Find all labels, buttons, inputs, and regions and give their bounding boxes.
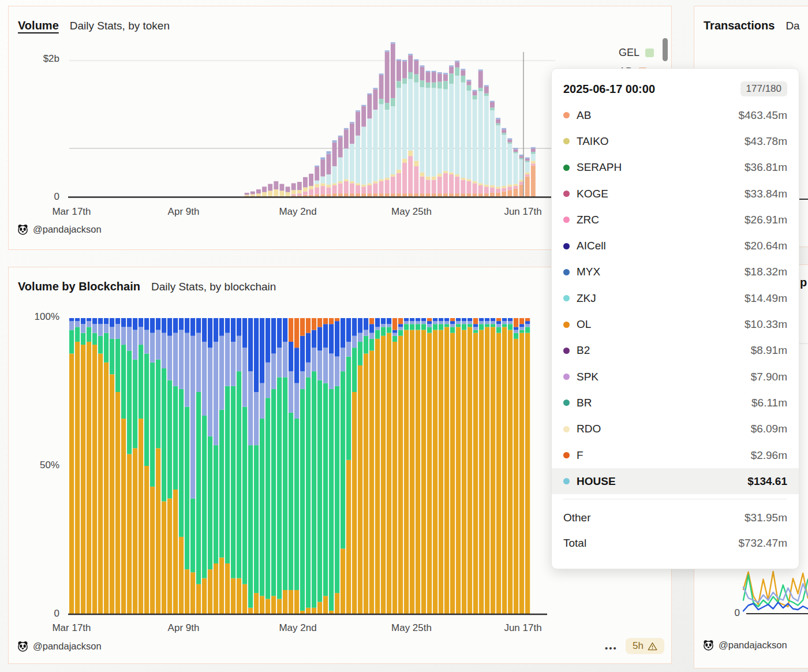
bc-ytick-0: 0 xyxy=(19,608,59,619)
tooltip-timestamp: 2025-06-17 00:00 xyxy=(563,83,655,96)
tooltip-rows: AB$463.45mTAIKO$43.78mSERAPH$36.81mKOGE$… xyxy=(552,102,799,494)
token-label: BR xyxy=(577,397,592,409)
legend-item-gel-label: GEL xyxy=(619,47,639,59)
token-value: $2.96m xyxy=(751,449,787,462)
tooltip-row-SPK: SPK$7.90m xyxy=(552,364,799,390)
token-label: HOUSE xyxy=(577,475,616,488)
token-value: $20.64m xyxy=(745,240,787,252)
bc-xtick-jun17: Jun 17th xyxy=(504,622,541,634)
panda-icon xyxy=(703,640,714,651)
token-color-dot xyxy=(563,243,570,249)
volume-attribution-handle: @pandajackson xyxy=(33,224,102,235)
token-label: MYX xyxy=(577,266,600,278)
volume-ytick-0: 0 xyxy=(19,191,59,203)
chart-tooltip: 2025-06-17 00:00 177/180 AB$463.45mTAIKO… xyxy=(551,68,799,569)
staleness-badge[interactable]: 5h xyxy=(626,638,664,654)
tooltip-row-ZRC: ZRC$26.91m xyxy=(552,207,799,233)
tooltip-row-ZKJ: ZKJ$14.49m xyxy=(552,285,799,311)
legend-swatch-gel xyxy=(645,48,654,57)
token-color-dot xyxy=(563,112,570,118)
right-lower-panel-title-fragment: p xyxy=(800,276,807,289)
volume-xtick-jun17: Jun 17th xyxy=(504,206,541,218)
token-color-dot xyxy=(563,452,570,458)
tooltip-total-label: Total xyxy=(563,537,586,550)
volume-xtick-may25: May 25th xyxy=(391,206,432,218)
bc-ytick-100: 100% xyxy=(19,311,59,323)
blockchain-attribution-handle: @pandajackson xyxy=(33,641,102,652)
panel-menu-button[interactable]: ••• xyxy=(605,643,618,653)
volume-attribution[interactable]: @pandajackson xyxy=(17,224,102,235)
right-lower-attribution[interactable]: @pandajackson xyxy=(703,640,787,651)
tooltip-row-KOGE: KOGE$33.84m xyxy=(552,181,799,207)
tooltip-row-AB: AB$463.45m xyxy=(552,102,799,128)
blockchain-attribution[interactable]: @pandajackson xyxy=(17,641,102,652)
token-color-dot xyxy=(563,374,570,380)
tooltip-row-HOUSE: HOUSE$134.61 xyxy=(552,468,799,494)
tooltip-row-TAIKO: TAIKO$43.78m xyxy=(552,128,799,154)
bc-xtick-may25: May 25th xyxy=(391,622,432,634)
token-label: B2 xyxy=(577,344,590,357)
token-value: $36.81m xyxy=(745,161,787,174)
right-lower-attribution-handle: @pandajackson xyxy=(719,640,787,651)
token-color-dot xyxy=(563,322,570,328)
tooltip-divider xyxy=(563,499,787,499)
token-label: RDO xyxy=(577,423,601,435)
bc-xtick-may2: May 2nd xyxy=(279,622,316,634)
token-label: TAIKO xyxy=(577,135,609,148)
token-value: $10.33m xyxy=(745,318,787,331)
panda-icon xyxy=(17,224,28,235)
tooltip-row-F: F$2.96m xyxy=(552,442,799,468)
token-color-dot xyxy=(563,478,570,484)
tooltip-row-MYX: MYX$18.32m xyxy=(552,259,799,285)
dashboard-page: Volume Daily Stats, by token Volume by B… xyxy=(0,0,808,672)
token-color-dot xyxy=(563,295,570,301)
bc-xtick-mar17: Mar 17th xyxy=(52,622,91,634)
token-label: SERAPH xyxy=(577,161,622,174)
token-color-dot xyxy=(563,191,570,197)
token-value: $8.91m xyxy=(751,344,787,357)
token-label: ZRC xyxy=(577,214,599,226)
token-color-dot xyxy=(563,269,570,275)
token-label: AB xyxy=(577,109,591,122)
token-color-dot xyxy=(563,165,570,171)
volume-xtick-apr9: Apr 9th xyxy=(168,206,200,218)
token-color-dot xyxy=(563,400,570,406)
staleness-badge-text: 5h xyxy=(633,640,644,652)
token-label: OL xyxy=(577,318,591,331)
token-value: $7.90m xyxy=(751,371,787,383)
volume-ytick-2b: $2b xyxy=(19,53,59,65)
token-value: $33.84m xyxy=(745,188,787,200)
tooltip-total-row: Total $732.47m xyxy=(552,531,799,556)
token-value: $43.78m xyxy=(745,135,787,148)
tooltip-row-OL: OL$10.33m xyxy=(552,311,799,337)
tooltip-other-value: $31.95m xyxy=(745,512,787,524)
tooltip-total-value: $732.47m xyxy=(738,537,787,550)
token-label: ZKJ xyxy=(577,292,596,305)
token-value: $6.09m xyxy=(751,423,787,435)
token-value: $6.11m xyxy=(751,397,787,409)
tooltip-counter-badge: 177/180 xyxy=(740,81,787,96)
bc-ytick-50: 50% xyxy=(19,460,59,471)
tooltip-row-BR: BR$6.11m xyxy=(552,390,799,416)
token-label: KOGE xyxy=(577,188,608,200)
token-value: $14.49m xyxy=(745,292,787,305)
token-value: $18.32m xyxy=(745,266,787,278)
bc-xtick-apr9: Apr 9th xyxy=(168,622,200,634)
tooltip-other-row: Other $31.95m xyxy=(552,505,799,531)
token-label: AICell xyxy=(577,240,606,252)
token-value: $26.91m xyxy=(745,214,787,226)
volume-xtick-mar17: Mar 17th xyxy=(52,206,91,218)
legend-scrollbar-thumb[interactable] xyxy=(663,38,668,61)
token-color-dot xyxy=(563,348,570,354)
tooltip-row-B2: B2$8.91m xyxy=(552,338,799,364)
tooltip-row-RDO: RDO$6.09m xyxy=(552,416,799,442)
token-label: SPK xyxy=(577,371,598,383)
token-value: $134.61 xyxy=(747,475,787,488)
warning-triangle-icon xyxy=(648,642,657,651)
token-color-dot xyxy=(563,216,570,223)
tooltip-other-label: Other xyxy=(563,512,591,524)
token-color-dot xyxy=(563,138,570,144)
tooltip-row-SERAPH: SERAPH$36.81m xyxy=(552,155,799,181)
token-color-dot xyxy=(563,426,570,432)
legend-item-gel[interactable]: GEL xyxy=(619,47,654,59)
